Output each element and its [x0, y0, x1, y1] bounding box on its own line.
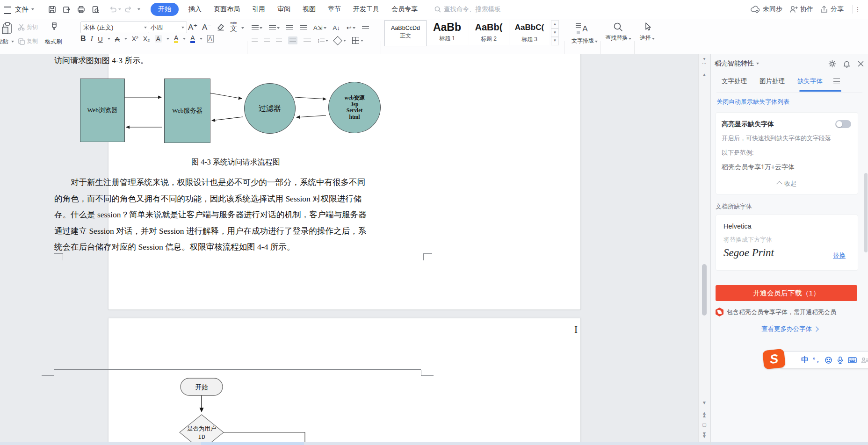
phonetic-caret-icon[interactable]	[241, 27, 244, 29]
grow-font-button[interactable]: A⁺	[188, 22, 197, 32]
ribbon-tab-references[interactable]: 引用	[252, 5, 265, 14]
panel-tab-missing-fonts[interactable]: 缺失字体	[797, 77, 823, 86]
diagram-node-web-resource[interactable]: web资源 Jsp Servlet html	[328, 82, 381, 133]
file-menu[interactable]: 文件	[15, 5, 29, 14]
font-name-combo[interactable]: 宋体 (正文)	[80, 22, 150, 33]
more-office-fonts-link[interactable]: 查看更多办公字体	[711, 325, 868, 333]
command-search[interactable]: 查找命令、搜索模板	[434, 5, 501, 14]
strikethrough-button[interactable]: A	[115, 35, 120, 43]
format-painter-icon[interactable]	[49, 22, 60, 35]
previous-page-icon[interactable]: ▲▲	[699, 412, 710, 417]
diagram-node-filter[interactable]: 过滤器	[244, 83, 296, 134]
char-scale-button[interactable]: A⇲	[313, 24, 326, 31]
increase-indent-button[interactable]	[300, 25, 307, 30]
file-menu-caret-icon[interactable]	[31, 8, 34, 10]
hamburger-menu-icon[interactable]	[4, 7, 11, 14]
styles-scroll-down-button[interactable]: ▼	[551, 29, 559, 37]
more-menu-icon[interactable]: …	[856, 6, 864, 13]
bell-icon[interactable]	[843, 60, 851, 68]
bullets-button[interactable]	[252, 25, 262, 30]
subscript-button[interactable]: X₂	[143, 35, 150, 43]
ime-emoji-icon[interactable]	[825, 356, 832, 364]
ribbon-tab-view[interactable]: 视图	[303, 5, 316, 14]
highlight-caret-icon[interactable]	[183, 38, 186, 40]
font-color-button[interactable]: A	[190, 35, 195, 43]
borders-button[interactable]	[352, 37, 363, 44]
styles-scroll-up-button[interactable]: ▲	[551, 20, 559, 29]
redo-icon[interactable]	[124, 5, 133, 14]
toolbar-more-caret-icon[interactable]	[137, 8, 140, 10]
print-icon[interactable]	[77, 5, 86, 14]
copy-button[interactable]: 复制	[18, 37, 38, 45]
shrink-font-button[interactable]: A⁻	[202, 22, 211, 32]
clear-format-icon[interactable]	[216, 22, 225, 32]
char-shading-button[interactable]: A	[155, 35, 162, 43]
sogou-logo[interactable]: S	[762, 349, 786, 370]
typeset-button[interactable]: A 文字排版	[571, 22, 592, 45]
export-icon[interactable]	[62, 5, 71, 14]
decrease-indent-button[interactable]	[286, 25, 293, 30]
highlight-toggle[interactable]	[835, 120, 851, 128]
panel-tab-image[interactable]: 图片处理	[760, 77, 785, 86]
ime-punctuation-icon[interactable]: °，	[813, 356, 820, 364]
ime-keyboard-icon[interactable]	[848, 357, 857, 364]
ribbon-tab-page-layout[interactable]: 页面布局	[214, 5, 240, 14]
collaborate-button[interactable]: 协作	[800, 5, 813, 14]
body-paragraph[interactable]: 对于新生注册管理系统来说，权限设计也是必不可少的一部分，系统中有很多不同 的角色…	[54, 174, 418, 255]
panel-scrollbar-thumb[interactable]	[864, 173, 868, 252]
select-button[interactable]: 选择	[638, 22, 657, 42]
justify-button[interactable]	[288, 36, 297, 44]
ruler-collapse-icon[interactable]: ▾⋯	[699, 57, 710, 66]
sync-status[interactable]: 未同步	[763, 5, 782, 14]
scroll-down-icon[interactable]: ▼	[699, 401, 710, 405]
browse-object-icon[interactable]: ▢	[699, 423, 710, 427]
undo-caret-icon[interactable]	[118, 8, 121, 10]
italic-button[interactable]: I	[91, 35, 93, 43]
save-icon[interactable]	[48, 5, 57, 14]
ribbon-tab-review[interactable]: 审阅	[277, 5, 290, 14]
paste-button-label[interactable]: 粘贴	[0, 38, 8, 46]
text-direction-button[interactable]: ↩	[347, 24, 355, 31]
format-painter-label[interactable]: 格式刷	[45, 38, 62, 46]
ribbon-tab-section[interactable]: 章节	[328, 5, 341, 14]
ime-mode-chinese[interactable]: 中	[801, 355, 809, 365]
char-border-button[interactable]: A	[207, 35, 214, 43]
diagram-node-web-browser[interactable]: Web浏览器	[80, 79, 125, 142]
numbering-button[interactable]	[269, 25, 280, 30]
paste-caret-icon[interactable]	[11, 41, 14, 43]
shading-button[interactable]	[334, 37, 346, 44]
panel-title-caret-icon[interactable]	[756, 63, 759, 65]
document-canvas[interactable]: 访问请求图如图 4-3 所示。 Web浏览器 Web服务器 过滤器 web资源 …	[0, 54, 710, 445]
undo-icon[interactable]	[108, 5, 117, 14]
bold-button[interactable]: B	[80, 35, 86, 43]
download-after-membership-button[interactable]: 开通会员后下载（1）	[716, 285, 857, 301]
panel-tab-list-icon[interactable]	[833, 79, 840, 84]
gear-icon[interactable]	[828, 60, 836, 68]
style-normal[interactable]: AaBbCcDd 正文	[384, 20, 427, 46]
find-replace-button[interactable]: 查找替换	[605, 22, 631, 42]
cut-button[interactable]: 剪切	[18, 23, 38, 31]
line-spacing-button[interactable]: ↕	[317, 37, 328, 44]
align-left-button[interactable]	[252, 38, 258, 43]
paste-icon[interactable]	[2, 22, 14, 36]
scrollbar-thumb[interactable]	[702, 264, 707, 316]
ruler-toggle-button[interactable]	[362, 26, 369, 30]
panel-tab-text[interactable]: 文字处理	[722, 77, 747, 86]
ribbon-tab-insert[interactable]: 插入	[188, 5, 202, 14]
replace-link[interactable]: 替换	[833, 251, 846, 260]
underline-caret-icon[interactable]	[108, 38, 110, 40]
panel-title[interactable]: 稻壳智能特性	[715, 59, 754, 68]
ribbon-tab-member[interactable]: 会员专享	[391, 5, 418, 14]
underline-button[interactable]: U	[98, 35, 103, 43]
ime-mic-icon[interactable]	[837, 356, 844, 364]
phonetic-guide-button[interactable]: wén文	[230, 22, 237, 33]
font-size-combo[interactable]: 小四	[148, 22, 187, 33]
diagram-node-web-server[interactable]: Web服务器	[164, 79, 210, 143]
sync-cloud-icon[interactable]	[750, 5, 760, 14]
scroll-up-icon[interactable]: ▲	[699, 72, 710, 77]
font-color-caret-icon[interactable]	[200, 38, 203, 40]
ribbon-tab-devtools[interactable]: 开发工具	[353, 5, 379, 14]
char-shading-caret-icon[interactable]	[166, 38, 169, 40]
style-heading1[interactable]: AaBb 标题 1	[427, 20, 468, 45]
next-page-icon[interactable]: ▼▼	[699, 432, 710, 438]
